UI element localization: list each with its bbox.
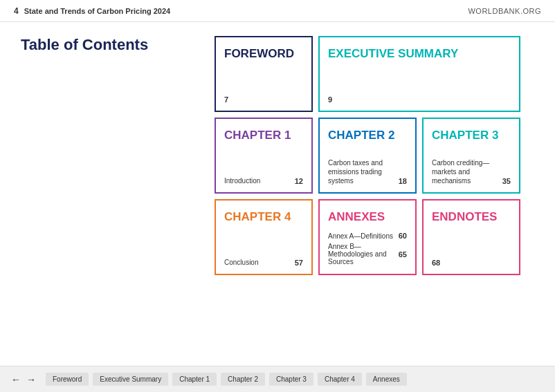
page-header: 4 State and Trends of Carbon Pricing 202… — [0, 0, 555, 22]
ch2-footer: Carbon taxes and emissions trading syste… — [328, 158, 407, 185]
nav-tab-annexes[interactable]: Annexes — [366, 373, 407, 386]
annexes-body: Annex A—Definitions 60 Annex B—Methodolo… — [328, 230, 407, 267]
nav-tab-chapter4[interactable]: Chapter 4 — [318, 373, 362, 386]
card-chapter3[interactable]: CHAPTER 3 Carbon crediting—markets and m… — [422, 118, 520, 194]
nav-arrows: ← → — [11, 374, 36, 385]
bottom-nav: ← → Foreword Executive Summary Chapter 1… — [0, 366, 555, 392]
endnotes-title: ENDNOTES — [432, 210, 511, 224]
card-chapter1[interactable]: CHAPTER 1 Introduction 12 — [215, 118, 313, 194]
header-website: WORLDBANK.ORG — [468, 7, 541, 15]
ch4-subtitle: Conclusion — [224, 258, 295, 267]
ch4-title: CHAPTER 4 — [224, 210, 303, 224]
ch3-subtitle: Carbon crediting—markets and mechanisms — [432, 158, 502, 185]
ch1-subtitle: Introduction — [224, 176, 295, 185]
annex-b-page: 65 — [399, 250, 407, 259]
nav-next-button[interactable]: → — [26, 374, 36, 385]
header-title: State and Trends of Carbon Pricing 2024 — [24, 7, 171, 15]
header-year: 2024 — [154, 7, 170, 15]
foreword-title: FOREWORD — [224, 47, 303, 61]
ch2-page: 18 — [399, 177, 407, 185]
toc-grid: FOREWORD 7 EXECUTIVE SUMMARY 9 CHAPTER 1… — [215, 36, 520, 275]
exec-footer: 9 — [328, 95, 511, 104]
exec-title: EXECUTIVE SUMMARY — [328, 47, 511, 61]
nav-tab-chapter3[interactable]: Chapter 3 — [269, 373, 313, 386]
ch1-footer: Introduction 12 — [224, 176, 303, 185]
card-exec-summary[interactable]: EXECUTIVE SUMMARY 9 — [318, 36, 520, 112]
endnotes-page: 68 — [432, 259, 440, 267]
endnotes-footer: 68 — [432, 259, 511, 267]
ch4-page: 57 — [295, 259, 303, 267]
card-foreword[interactable]: FOREWORD 7 — [215, 36, 313, 112]
ch2-subtitle: Carbon taxes and emissions trading syste… — [328, 158, 399, 185]
nav-tab-exec-summary[interactable]: Executive Summary — [93, 373, 168, 386]
ch1-page: 12 — [295, 177, 303, 185]
ch4-footer: Conclusion 57 — [224, 258, 303, 267]
nav-tab-foreword[interactable]: Foreword — [46, 373, 89, 386]
nav-prev-button[interactable]: ← — [11, 374, 21, 385]
nav-tab-chapter2[interactable]: Chapter 2 — [221, 373, 265, 386]
nav-tab-chapter1[interactable]: Chapter 1 — [172, 373, 217, 386]
ch1-title: CHAPTER 1 — [224, 129, 303, 142]
card-chapter4[interactable]: CHAPTER 4 Conclusion 57 — [215, 199, 313, 275]
header-title-text: State and Trends of Carbon Pricing — [24, 7, 154, 15]
annex-a-label: Annex A—Definitions — [328, 232, 399, 240]
ch3-footer: Carbon crediting—markets and mechanisms … — [432, 158, 511, 185]
annex-a-page: 60 — [399, 232, 407, 240]
page-title: Table of Contents — [21, 36, 215, 54]
exec-page: 9 — [328, 95, 332, 104]
card-chapter2[interactable]: CHAPTER 2 Carbon taxes and emissions tra… — [318, 118, 417, 194]
card-annexes[interactable]: ANNEXES Annex A—Definitions 60 Annex B—M… — [318, 199, 417, 275]
card-endnotes[interactable]: ENDNOTES 68 — [422, 199, 520, 275]
foreword-footer: 7 — [224, 95, 303, 104]
header-left: 4 State and Trends of Carbon Pricing 202… — [14, 6, 170, 16]
annex-b-label: Annex B—Methodologies and Sources — [328, 243, 399, 265]
annex-item-a: Annex A—Definitions 60 — [328, 230, 407, 241]
main-content: Table of Contents FOREWORD 7 EXECUTIVE S… — [0, 22, 555, 366]
foreword-page: 7 — [224, 95, 228, 104]
annex-item-b: Annex B—Methodologies and Sources 65 — [328, 241, 407, 267]
content-area: Table of Contents FOREWORD 7 EXECUTIVE S… — [21, 36, 534, 275]
page-number: 4 — [14, 6, 19, 16]
ch3-page: 35 — [502, 177, 511, 185]
left-section: Table of Contents — [21, 36, 215, 66]
ch3-title: CHAPTER 3 — [432, 129, 511, 142]
annexes-title: ANNEXES — [328, 210, 407, 224]
ch2-title: CHAPTER 2 — [328, 129, 407, 142]
